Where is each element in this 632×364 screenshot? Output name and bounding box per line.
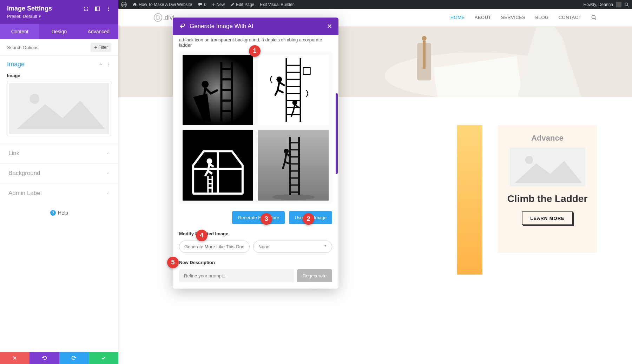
chevron-up-icon[interactable] <box>99 62 103 66</box>
svg-point-26 <box>292 100 297 105</box>
wp-site-name: How To Make A Divi Website <box>139 2 192 7</box>
generated-image-3[interactable] <box>183 130 253 201</box>
link-label: Link <box>8 150 19 157</box>
image-preview[interactable] <box>7 81 111 136</box>
scrollbar[interactable] <box>336 93 338 174</box>
callout-3: 3 <box>261 213 272 225</box>
regenerate-button[interactable]: Regenerate <box>297 269 332 282</box>
generated-image-1[interactable] <box>183 55 253 125</box>
cancel-button[interactable] <box>0 352 29 364</box>
admin-label-section[interactable]: Admin Label <box>0 183 118 203</box>
card-behind <box>457 125 482 275</box>
background-section[interactable]: Background <box>0 163 118 183</box>
learn-more-button[interactable]: LEARN MORE <box>522 211 573 225</box>
check-icon <box>101 355 106 361</box>
sidebar-header: Image Settings Preset: Default ▾ <box>0 0 118 24</box>
refine-row: Regenerate <box>179 269 332 282</box>
wp-admin-bar: How To Make A Divi Website 0 + New Edit … <box>118 0 632 9</box>
svg-rect-30 <box>258 130 329 201</box>
svg-point-11 <box>30 94 40 104</box>
nav-contact[interactable]: CONTACT <box>559 15 581 20</box>
redo-button[interactable] <box>59 352 89 364</box>
nav-services[interactable]: SERVICES <box>501 15 526 20</box>
link-section[interactable]: Link <box>0 143 118 163</box>
modify-select[interactable]: None <box>253 241 332 253</box>
filter-label: Filter <box>98 45 108 50</box>
advance-card: Advance Climb the Ladder LEARN MORE <box>498 125 597 253</box>
svg-point-12 <box>154 14 162 22</box>
card-heading: Climb the Ladder <box>507 193 588 205</box>
settings-sidebar: Image Settings Preset: Default ▾ Content… <box>0 0 118 364</box>
preset-selector[interactable]: Preset: Default ▾ <box>7 14 111 19</box>
chevron-down-icon <box>106 191 110 195</box>
nav-about[interactable]: ABOUT <box>475 15 491 20</box>
search-options-input[interactable] <box>7 45 91 50</box>
card-subtitle: Advance <box>531 134 564 143</box>
help-link[interactable]: ? Help <box>0 203 118 223</box>
wp-exit-vb[interactable]: Exit Visual Builder <box>257 2 297 7</box>
modal-close-button[interactable]: ✕ <box>327 22 332 30</box>
image-field-label: Image <box>0 73 118 81</box>
wp-comments[interactable]: 0 <box>195 2 209 7</box>
chevron-down-icon <box>106 151 110 155</box>
generate-more-like-this-button[interactable]: Generate More Like This One <box>179 241 250 253</box>
wp-logo[interactable] <box>118 2 130 7</box>
panel-icon[interactable] <box>94 6 100 12</box>
callout-2: 2 <box>303 213 314 225</box>
wp-edit-page[interactable]: Edit Page <box>228 2 257 7</box>
image-section-header[interactable]: Image <box>0 56 118 73</box>
refine-prompt-input[interactable] <box>179 269 294 282</box>
placeholder-icon <box>9 83 109 134</box>
save-button[interactable] <box>89 352 118 364</box>
callout-5: 5 <box>167 257 179 268</box>
svg-point-23 <box>202 81 209 88</box>
site-logo[interactable]: divi <box>153 13 174 22</box>
expand-icon[interactable] <box>83 6 89 12</box>
generate-four-more-button[interactable]: Generate Four More <box>232 211 285 224</box>
modal-header: Generate Image With AI ✕ <box>173 18 338 35</box>
back-arrow-icon[interactable] <box>179 23 185 29</box>
more-vert-icon[interactable] <box>106 62 111 67</box>
nav-blog[interactable]: BLOG <box>535 15 549 20</box>
chevron-down-icon <box>106 171 110 175</box>
svg-point-13 <box>592 15 595 19</box>
more-vert-icon[interactable] <box>106 6 111 12</box>
new-desc-label: New Description <box>179 260 332 265</box>
sidebar-footer <box>0 352 118 364</box>
undo-icon <box>41 355 47 361</box>
generated-image-4[interactable] <box>258 130 329 201</box>
filter-button[interactable]: + Filter <box>91 43 111 52</box>
sidebar-title: Image Settings <box>7 5 83 12</box>
svg-point-21 <box>525 156 533 164</box>
admin-label-label: Admin Label <box>8 190 42 197</box>
redo-icon <box>71 355 77 361</box>
svg-point-9 <box>108 66 109 66</box>
svg-point-5 <box>108 8 109 9</box>
sidebar-search-row: + Filter <box>0 39 118 56</box>
wp-search-icon[interactable] <box>624 2 629 7</box>
modal-title: Generate Image With AI <box>190 23 323 30</box>
generate-image-modal: Generate Image With AI ✕ a black icon on… <box>173 18 338 289</box>
nav-home[interactable]: HOME <box>450 15 465 20</box>
wp-comment-count: 0 <box>204 2 206 7</box>
wp-greeting[interactable]: Howdy, Deanna <box>584 2 613 7</box>
wp-site-link[interactable]: How To Make A Divi Website <box>130 2 195 7</box>
background-label: Background <box>8 170 40 177</box>
callout-1: 1 <box>249 45 261 57</box>
wp-new-label: New <box>216 2 225 7</box>
help-label: Help <box>58 210 68 216</box>
generated-image-2[interactable] <box>258 55 329 125</box>
divi-logo-icon <box>153 13 163 22</box>
undo-button[interactable] <box>29 352 59 364</box>
callout-4: 4 <box>196 230 208 241</box>
tab-advanced[interactable]: Advanced <box>79 24 118 39</box>
svg-point-4 <box>108 7 109 7</box>
tab-content[interactable]: Content <box>0 24 39 39</box>
card-image-placeholder <box>510 148 585 186</box>
image-results-grid <box>179 51 332 204</box>
wp-exit-label: Exit Visual Builder <box>260 2 294 7</box>
tab-design[interactable]: Design <box>39 24 79 39</box>
wp-avatar[interactable] <box>616 2 621 7</box>
nav-search-icon[interactable] <box>591 15 597 20</box>
wp-new[interactable]: + New <box>209 2 228 7</box>
